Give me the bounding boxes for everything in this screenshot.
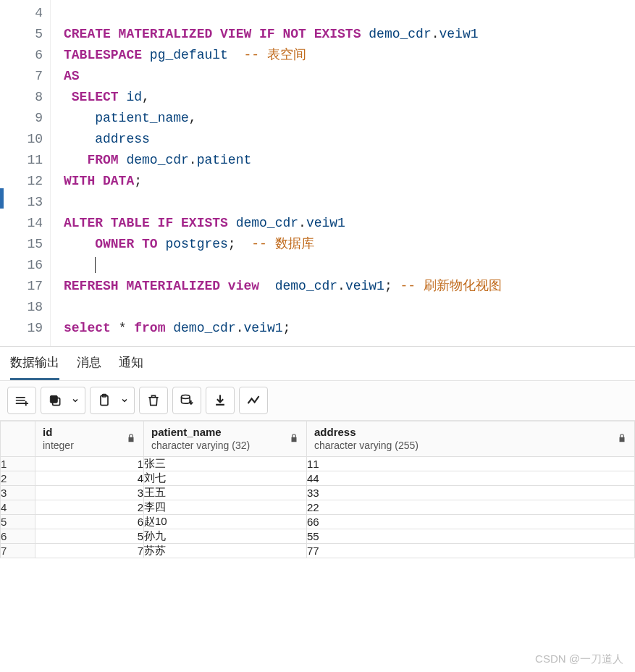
code-line[interactable]: OWNER TO postgres; -- 数据库 <box>64 234 635 255</box>
cell-address[interactable]: 44 <box>307 471 635 486</box>
cell-address[interactable]: 33 <box>307 486 635 500</box>
code-line[interactable]: FROM demo_cdr.patient <box>64 150 635 171</box>
add-row-button[interactable] <box>7 387 36 414</box>
column-type: character varying (255) <box>314 440 419 453</box>
table-row[interactable]: 65孙九55 <box>1 529 635 544</box>
save-data-button[interactable] <box>172 387 201 414</box>
line-number: 4 <box>0 3 43 24</box>
svg-rect-1 <box>50 395 57 403</box>
table-row[interactable]: 24刘七44 <box>1 471 635 486</box>
database-save-icon <box>180 393 194 408</box>
code-line[interactable]: AS <box>64 66 635 87</box>
tab-data-output[interactable]: 数据输出 <box>10 354 59 380</box>
line-number: 6 <box>0 45 43 66</box>
column-type: character varying (32) <box>151 440 250 453</box>
table-row[interactable]: 56赵1066 <box>1 515 635 529</box>
line-gutter: 45678910111213141516171819 <box>0 0 51 346</box>
table-row[interactable]: 33王五33 <box>1 486 635 500</box>
sql-editor[interactable]: 45678910111213141516171819 CREATE MATERI… <box>0 0 635 346</box>
paste-dropdown[interactable] <box>114 387 135 414</box>
download-button[interactable] <box>206 387 235 414</box>
cell-address[interactable]: 66 <box>307 515 635 529</box>
gutter-marker <box>0 188 4 209</box>
code-line[interactable] <box>64 192 635 213</box>
chart-button[interactable] <box>239 387 268 414</box>
code-line[interactable]: SELECT id, <box>64 87 635 108</box>
code-line[interactable]: address <box>64 129 635 150</box>
cell-patient_name[interactable]: 刘七 <box>144 471 307 486</box>
line-number: 13 <box>0 192 43 213</box>
cell-id[interactable]: 1 <box>35 457 144 471</box>
row-number[interactable]: 2 <box>1 471 35 486</box>
code-line[interactable]: select * from demo_cdr.veiw1; <box>64 318 635 339</box>
cell-id[interactable]: 4 <box>35 471 144 486</box>
tab-notifications[interactable]: 通知 <box>119 354 143 380</box>
clipboard-icon <box>97 393 112 408</box>
row-number[interactable]: 7 <box>1 544 35 558</box>
line-number: 14 <box>0 213 43 234</box>
lock-icon <box>617 433 627 445</box>
lock-icon <box>126 433 136 445</box>
cell-patient_name[interactable]: 王五 <box>144 486 307 500</box>
cell-address[interactable]: 22 <box>307 500 635 515</box>
column-header-id[interactable]: idinteger <box>35 421 144 457</box>
row-number[interactable]: 1 <box>1 457 35 471</box>
chevron-down-icon <box>120 396 129 405</box>
line-number: 18 <box>0 297 43 318</box>
table-row[interactable]: 77苏苏77 <box>1 544 635 558</box>
code-line[interactable]: REFRESH MATERIALIZED view demo_cdr.veiw1… <box>64 276 635 297</box>
line-number: 19 <box>0 318 43 339</box>
copy-icon <box>48 393 62 408</box>
copy-dropdown[interactable] <box>65 387 85 414</box>
cell-patient_name[interactable]: 赵10 <box>144 515 307 529</box>
row-number[interactable]: 5 <box>1 515 35 529</box>
cell-address[interactable]: 55 <box>307 529 635 544</box>
rownum-header[interactable] <box>1 421 35 457</box>
line-number: 10 <box>0 129 43 150</box>
cell-id[interactable]: 7 <box>35 544 144 558</box>
code-line[interactable] <box>64 255 635 276</box>
line-number: 17 <box>0 276 43 297</box>
line-number: 16 <box>0 255 43 276</box>
tab-messages[interactable]: 消息 <box>77 354 101 380</box>
cell-id[interactable]: 3 <box>35 486 144 500</box>
watermark: CSDN @一刀道人 <box>535 652 623 666</box>
column-header-patient_name[interactable]: patient_namecharacter varying (32) <box>144 421 307 457</box>
column-type: integer <box>43 440 74 453</box>
code-line[interactable]: ALTER TABLE IF EXISTS demo_cdr.veiw1 <box>64 213 635 234</box>
cell-id[interactable]: 6 <box>35 515 144 529</box>
add-row-icon <box>14 393 29 408</box>
code-line[interactable]: TABLESPACE pg_default -- 表空间 <box>64 45 635 66</box>
row-number[interactable]: 3 <box>1 486 35 500</box>
delete-button[interactable] <box>139 387 168 414</box>
cell-patient_name[interactable]: 苏苏 <box>144 544 307 558</box>
column-name: patient_name <box>151 426 250 440</box>
code-line[interactable]: WITH DATA; <box>64 171 635 192</box>
table-row[interactable]: 11张三11 <box>1 457 635 471</box>
code-line[interactable] <box>64 3 635 24</box>
cell-id[interactable]: 5 <box>35 529 144 544</box>
cell-patient_name[interactable]: 李四 <box>144 500 307 515</box>
svg-point-4 <box>182 395 190 399</box>
row-number[interactable]: 6 <box>1 529 35 544</box>
results-grid[interactable]: idintegerpatient_namecharacter varying (… <box>0 421 635 558</box>
chart-line-icon <box>246 393 261 408</box>
cell-id[interactable]: 2 <box>35 500 144 515</box>
row-number[interactable]: 4 <box>1 500 35 515</box>
results-toolbar <box>0 380 635 421</box>
text-cursor <box>95 257 96 273</box>
cell-address[interactable]: 77 <box>307 544 635 558</box>
code-area[interactable]: CREATE MATERIALIZED VIEW IF NOT EXISTS d… <box>51 0 635 346</box>
chevron-down-icon <box>71 396 80 405</box>
column-header-address[interactable]: addresscharacter varying (255) <box>307 421 635 457</box>
table-row[interactable]: 42李四22 <box>1 500 635 515</box>
code-line[interactable]: patient_name, <box>64 108 635 129</box>
code-line[interactable]: CREATE MATERIALIZED VIEW IF NOT EXISTS d… <box>64 24 635 45</box>
code-line[interactable] <box>64 297 635 318</box>
line-number: 7 <box>0 66 43 87</box>
line-number: 12 <box>0 171 43 192</box>
cell-patient_name[interactable]: 张三 <box>144 457 307 471</box>
line-number: 5 <box>0 24 43 45</box>
cell-address[interactable]: 11 <box>307 457 635 471</box>
cell-patient_name[interactable]: 孙九 <box>144 529 307 544</box>
